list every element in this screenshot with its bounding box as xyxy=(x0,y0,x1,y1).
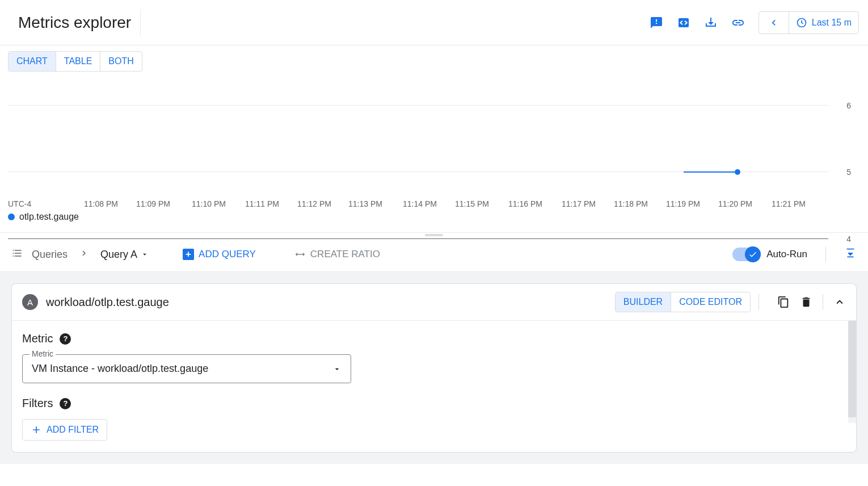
queries-toolbar: Queries Query A + ADD QUERY CREATE RATIO… xyxy=(0,237,868,272)
mode-tabs: BUILDER CODE EDITOR xyxy=(615,292,751,312)
query-title: workload/otlp.test.gauge xyxy=(46,296,607,309)
gridline xyxy=(8,105,828,106)
svg-rect-2 xyxy=(848,257,854,258)
current-query-label: Query A xyxy=(100,249,137,261)
tab-table[interactable]: TABLE xyxy=(56,52,101,71)
drag-handle-icon xyxy=(425,234,443,236)
caret-down-icon xyxy=(141,250,149,258)
code-icon[interactable] xyxy=(677,16,690,30)
caret-down-icon xyxy=(332,364,342,374)
query-card-header: A workload/otlp.test.gauge BUILDER CODE … xyxy=(12,284,856,321)
create-ratio-label: CREATE RATIO xyxy=(310,249,380,260)
query-panel: A workload/otlp.test.gauge BUILDER CODE … xyxy=(0,272,868,464)
list-icon xyxy=(11,248,23,261)
ratio-icon xyxy=(294,249,306,260)
create-ratio-button[interactable]: CREATE RATIO xyxy=(290,246,385,262)
tab-chart[interactable]: CHART xyxy=(9,52,56,71)
timezone-label: UTC-4 xyxy=(8,199,31,208)
divider xyxy=(759,294,759,310)
toggle-thumb xyxy=(745,246,761,262)
y-tick: 6 xyxy=(846,101,851,110)
x-tick: 11:20 PM xyxy=(718,199,752,208)
query-card: A workload/otlp.test.gauge BUILDER CODE … xyxy=(11,283,857,453)
chart-legend[interactable]: otlp.test.gauge xyxy=(8,212,79,222)
metric-field-label: Metric xyxy=(30,349,56,358)
check-icon xyxy=(748,250,757,259)
resize-handle[interactable] xyxy=(0,233,868,237)
feedback-icon[interactable] xyxy=(650,16,663,30)
filters-section-label: Filters ? xyxy=(22,397,846,410)
scrollbar-thumb[interactable] xyxy=(848,321,856,417)
query-selector[interactable]: Query A xyxy=(100,249,149,261)
card-actions xyxy=(777,294,846,310)
x-tick: 11:15 PM xyxy=(455,199,489,208)
link-icon[interactable] xyxy=(731,16,745,30)
tab-code-editor[interactable]: CODE EDITOR xyxy=(671,292,750,312)
chart-data-point xyxy=(735,169,740,175)
autorun-control: Auto-Run xyxy=(732,248,807,261)
x-tick: 11:16 PM xyxy=(508,199,542,208)
help-icon[interactable]: ? xyxy=(60,333,71,345)
x-tick: 11:18 PM xyxy=(614,199,648,208)
queries-label: Queries xyxy=(32,249,68,261)
metric-section-label: Metric ? xyxy=(22,332,846,345)
download-icon[interactable] xyxy=(704,16,718,30)
metric-value: VM Instance - workload/otlp.test.gauge xyxy=(32,363,208,375)
delete-icon[interactable] xyxy=(800,296,812,308)
metric-select[interactable]: Metric VM Instance - workload/otlp.test.… xyxy=(22,354,351,383)
x-tick: 11:14 PM xyxy=(403,199,437,208)
x-tick: 11:10 PM xyxy=(192,199,226,208)
collapse-all-button[interactable] xyxy=(844,247,857,262)
autorun-toggle[interactable] xyxy=(732,248,760,261)
add-query-button[interactable]: + ADD QUERY xyxy=(178,246,260,262)
copy-icon[interactable] xyxy=(777,296,790,308)
tab-both[interactable]: BOTH xyxy=(100,52,141,71)
plus-icon: + xyxy=(183,249,194,260)
query-badge: A xyxy=(22,294,38,310)
y-tick: 5 xyxy=(846,167,851,177)
page-title: Metrics explorer xyxy=(9,9,141,36)
legend-marker-icon xyxy=(8,213,15,220)
query-card-body: Metric ? Metric VM Instance - workload/o… xyxy=(12,321,856,452)
chart-area: CHART TABLE BOTH 6 5 4 /* inline fix */ … xyxy=(0,45,868,233)
tab-builder[interactable]: BUILDER xyxy=(616,292,671,312)
scrollbar[interactable] xyxy=(848,321,856,423)
help-icon[interactable]: ? xyxy=(60,398,71,409)
x-tick: 11:11 PM xyxy=(245,199,279,208)
x-tick: 11:19 PM xyxy=(666,199,700,208)
divider xyxy=(823,294,823,310)
x-axis-line xyxy=(8,238,828,239)
add-filter-button[interactable]: ADD FILTER xyxy=(22,419,107,441)
x-tick: 11:17 PM xyxy=(562,199,596,208)
header-actions: Last 15 m xyxy=(650,11,859,34)
view-tabs: CHART TABLE BOTH xyxy=(8,51,142,72)
add-query-label: ADD QUERY xyxy=(199,249,256,260)
time-back-button[interactable] xyxy=(759,12,789,33)
chevron-right-icon xyxy=(77,248,91,261)
time-range-button[interactable]: Last 15 m xyxy=(789,17,858,28)
plus-icon xyxy=(31,424,42,435)
time-range-control: Last 15 m xyxy=(759,11,859,34)
x-tick: 11:12 PM xyxy=(297,199,331,208)
chart-series-line xyxy=(684,171,738,173)
collapse-icon[interactable] xyxy=(833,296,846,308)
autorun-label: Auto-Run xyxy=(766,249,807,260)
x-tick: 11:08 PM xyxy=(84,199,118,208)
x-tick: 11:13 PM xyxy=(348,199,382,208)
add-filter-label: ADD FILTER xyxy=(47,425,99,435)
time-range-label: Last 15 m xyxy=(812,18,852,28)
x-tick: 11:09 PM xyxy=(136,199,170,208)
x-tick: 11:21 PM xyxy=(772,199,806,208)
legend-series-name: otlp.test.gauge xyxy=(19,212,79,222)
y-tick: 4 xyxy=(846,234,851,244)
header: Metrics explorer Last 15 m xyxy=(0,0,868,45)
